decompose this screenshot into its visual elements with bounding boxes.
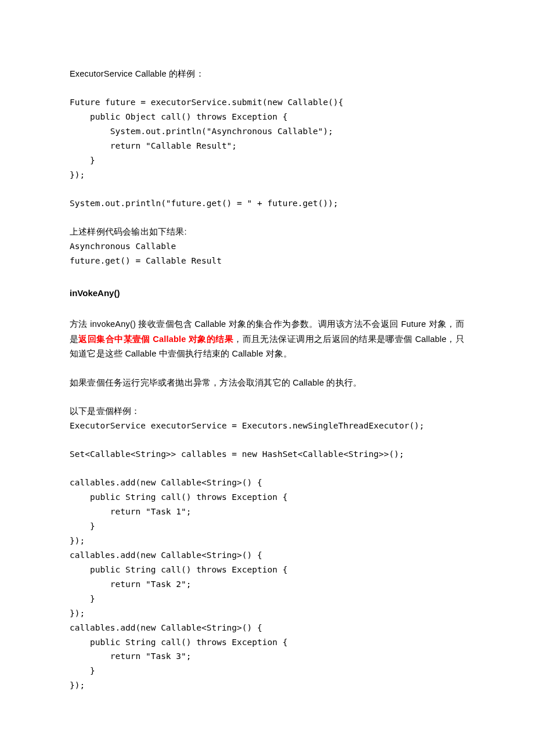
code-block-5: callables.add(new Callable<String>() { p… (70, 476, 464, 693)
heading-invokeany: inVokeAny() (70, 286, 464, 301)
example-intro: 以下是壹個样例： (70, 404, 464, 419)
spacer (70, 390, 464, 404)
para1-highlight: 返回集合中某壹個 Callable 对象的结果 (78, 334, 233, 344)
paragraph-2: 如果壹個任务运行完毕或者抛出异常，方法会取消其它的 Callable 的执行。 (70, 376, 464, 390)
spacer (70, 182, 464, 196)
spacer (70, 362, 464, 376)
spacer (70, 81, 464, 95)
paragraph-1: 方法 invokeAny() 接收壹個包含 Callable 对象的集合作为参数… (70, 317, 464, 361)
spacer (70, 433, 464, 447)
result-intro: 上述样例代码会输出如下结果: (70, 225, 464, 239)
code-block-3: ExecutorService executorService = Execut… (70, 419, 464, 433)
code-block-4: Set<Callable<String>> callables = new Ha… (70, 447, 464, 462)
code-block-2: System.out.println("future.get() = " + f… (70, 196, 464, 211)
code-block-1: Future future = executorService.submit(n… (70, 95, 464, 182)
document-page: ExecutorService Callable 的样例： Future fut… (0, 0, 534, 756)
result-code: Asynchronous Callable future.get() = Cal… (70, 239, 464, 268)
intro-label: ExecutorService Callable 的样例： (70, 67, 464, 81)
spacer (70, 462, 464, 476)
spacer (70, 211, 464, 225)
